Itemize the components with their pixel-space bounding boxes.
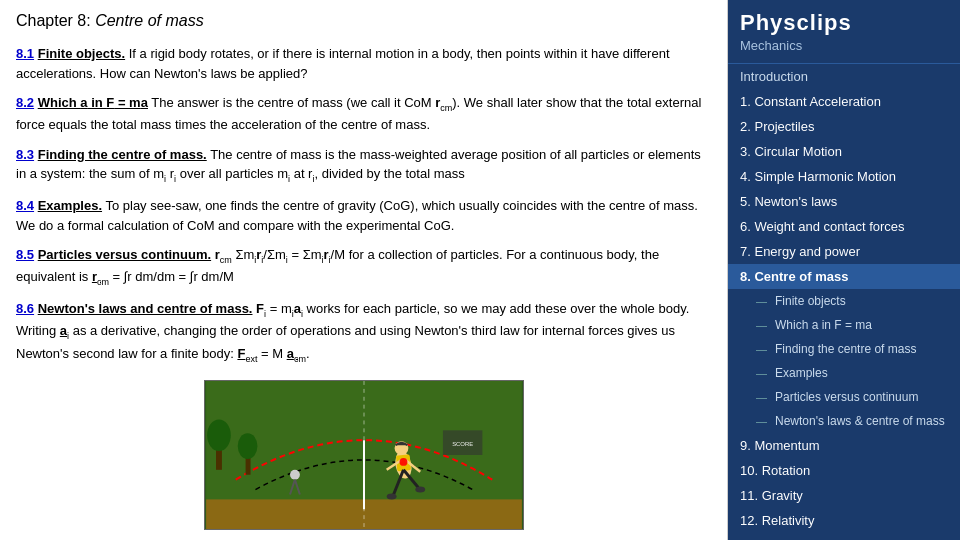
sidebar-item-4[interactable]: 4. Simple Harmonic Motion [728, 164, 960, 189]
section-num-8-3[interactable]: 8.3 [16, 147, 34, 162]
chapter-prefix: Chapter 8: [16, 12, 95, 29]
sidebar-item-5[interactable]: 5. Newton's laws [728, 189, 960, 214]
sidebar-nav: Introduction 1. Constant Acceleration 2.… [728, 64, 960, 533]
sidebar: Physclips Mechanics Introduction 1. Cons… [728, 0, 960, 540]
sidebar-title: Physclips [740, 10, 948, 36]
sidebar-item-introduction[interactable]: Introduction [728, 64, 960, 89]
chapter-name: Centre of mass [95, 12, 203, 29]
section-8-1: 8.1 Finite objects. If a rigid body rota… [16, 44, 711, 83]
section-8-3: 8.3 Finding the centre of mass. The cent… [16, 145, 711, 187]
sidebar-item-3[interactable]: 3. Circular Motion [728, 139, 960, 164]
sidebar-item-9[interactable]: 9. Momentum [728, 433, 960, 458]
section-8-2: 8.2 Which a in F = ma The answer is the … [16, 93, 711, 135]
sidebar-subtitle: Mechanics [740, 38, 948, 53]
sidebar-item-2[interactable]: 2. Projectiles [728, 114, 960, 139]
svg-point-11 [386, 493, 396, 499]
sidebar-item-6[interactable]: 6. Weight and contact forces [728, 214, 960, 239]
sidebar-subitem-which-a[interactable]: Which a in F = ma [728, 313, 960, 337]
sidebar-subitem-examples[interactable]: Examples [728, 361, 960, 385]
section-8-5: 8.5 Particles versus continuum. rcm Σmir… [16, 245, 711, 289]
sidebar-subitem-particles[interactable]: Particles versus continuum [728, 385, 960, 409]
section-content-8-4: To play see-saw, one finds the centre of… [16, 198, 698, 233]
svg-text:SCORE: SCORE [452, 441, 473, 447]
athlete-image-container: SCORE [16, 380, 711, 533]
section-num-8-2[interactable]: 8.2 [16, 95, 34, 110]
sidebar-item-1[interactable]: 1. Constant Acceleration [728, 89, 960, 114]
section-num-8-4[interactable]: 8.4 [16, 198, 34, 213]
section-8-6: 8.6 Newton's laws and centre of mass. Fi… [16, 299, 711, 365]
sidebar-subitem-finite[interactable]: Finite objects [728, 289, 960, 313]
svg-point-19 [237, 433, 257, 459]
sidebar-item-11[interactable]: 11. Gravity [728, 483, 960, 508]
section-num-8-1[interactable]: 8.1 [16, 46, 34, 61]
sidebar-item-8[interactable]: 8. Centre of mass [728, 264, 960, 289]
athlete-image: SCORE [204, 380, 524, 530]
section-title-8-3: Finding the centre of mass. [38, 147, 207, 162]
section-num-8-6[interactable]: 8.6 [16, 301, 34, 316]
section-title-8-5: Particles versus continuum. [38, 247, 211, 262]
sidebar-item-10[interactable]: 10. Rotation [728, 458, 960, 483]
svg-point-13 [290, 469, 300, 479]
main-content: Chapter 8: Centre of mass 8.1 Finite obj… [0, 0, 728, 540]
svg-point-20 [399, 458, 407, 466]
sidebar-item-7[interactable]: 7. Energy and power [728, 239, 960, 264]
chapter-title: Chapter 8: Centre of mass [16, 12, 711, 30]
section-title-8-1: Finite objects. [38, 46, 125, 61]
athlete-svg: SCORE [205, 381, 523, 529]
sidebar-subitem-finding[interactable]: Finding the centre of mass [728, 337, 960, 361]
section-num-8-5[interactable]: 8.5 [16, 247, 34, 262]
section-title-8-2: Which a in F = ma [38, 95, 148, 110]
sidebar-item-12[interactable]: 12. Relativity [728, 508, 960, 533]
svg-point-12 [415, 486, 425, 492]
section-8-4: 8.4 Examples. To play see-saw, one finds… [16, 196, 711, 235]
sidebar-header: Physclips Mechanics [728, 0, 960, 63]
sidebar-subitem-newtons-laws[interactable]: Newton's laws & centre of mass [728, 409, 960, 433]
section-title-8-6: Newton's laws and centre of mass. [38, 301, 253, 316]
svg-point-17 [207, 419, 231, 451]
section-title-8-4: Examples. [38, 198, 102, 213]
